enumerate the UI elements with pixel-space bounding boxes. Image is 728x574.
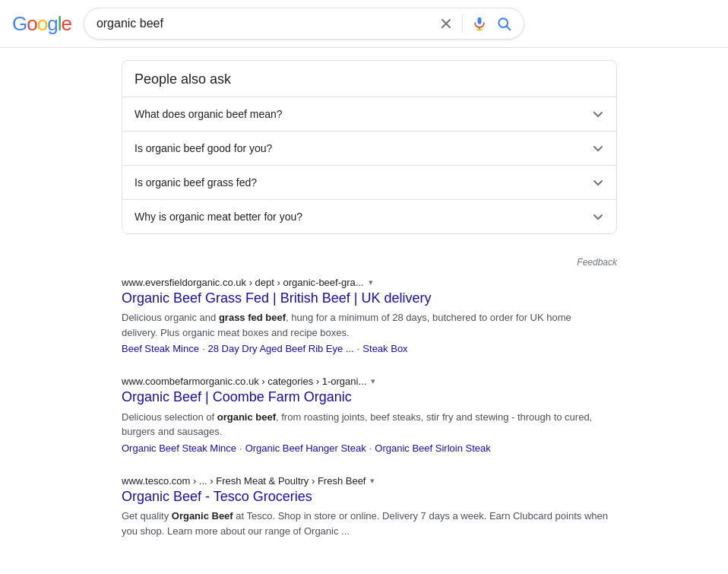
result-item-2: www.coombefarmorganic.co.uk › categories… (122, 376, 608, 453)
search-button[interactable] (496, 16, 511, 31)
result-link-1-3[interactable]: Steak Box (362, 343, 407, 354)
search-bar (84, 8, 524, 40)
result-desc-3: Get quality Organic Beef at Tesco. Shop … (122, 509, 608, 538)
logo-letter-o1: o (27, 12, 36, 36)
result-desc-2: Delicious selection of organic beef, fro… (122, 410, 608, 439)
paa-item-1[interactable]: What does organic beef mean? (122, 97, 616, 131)
result-link-2-3[interactable]: Organic Beef Sirloin Steak (375, 442, 490, 454)
search-input[interactable] (97, 17, 432, 30)
result-link-1-2[interactable]: 28 Day Dry Aged Beef Rib Eye ... (208, 343, 354, 354)
header: Google (0, 0, 728, 48)
result-title-3[interactable]: Organic Beef - Tesco Groceries (122, 488, 608, 506)
result-link-2-1[interactable]: Organic Beef Steak Mince (122, 442, 236, 454)
search-icons (439, 14, 511, 33)
feedback-link[interactable]: Feedback (577, 257, 617, 268)
result-links-1: Beef Steak Mince · 28 Day Dry Aged Beef … (122, 343, 608, 354)
google-logo: Google (12, 12, 71, 36)
svg-line-4 (507, 27, 511, 30)
paa-question-1: What does organic beef mean? (135, 108, 283, 120)
chevron-down-icon-4 (592, 211, 604, 223)
result-link-sep-1-1: · (202, 343, 205, 354)
chevron-down-icon-1 (592, 108, 604, 120)
logo-letter-o2: o (37, 12, 47, 36)
divider (462, 14, 463, 33)
paa-question-2: Is organic beef good for you? (135, 142, 272, 154)
paa-item-4[interactable]: Why is organic meat better for you? (122, 199, 616, 233)
result-url-row-1: www.eversfieldorganic.co.uk › dept › org… (122, 277, 608, 288)
paa-title: People also ask (122, 61, 616, 97)
svg-rect-0 (477, 17, 481, 24)
main-content: People also ask What does organic beef m… (0, 48, 608, 563)
result-url-arrow-1[interactable]: ▾ (369, 277, 373, 287)
result-url-3: www.tesco.com › ... › Fresh Meat & Poult… (122, 475, 366, 487)
result-link-2-2[interactable]: Organic Beef Hanger Steak (245, 442, 366, 454)
clear-button[interactable] (439, 17, 453, 30)
close-icon (439, 17, 453, 30)
search-results: www.eversfieldorganic.co.uk › dept › org… (122, 277, 608, 563)
logo-letter-g1: G (12, 12, 27, 36)
result-links-2: Organic Beef Steak Mince · Organic Beef … (122, 442, 608, 454)
result-url-row-3: www.tesco.com › ... › Fresh Meat & Poult… (122, 475, 608, 487)
logo-letter-g2: g (47, 12, 57, 36)
feedback-row: Feedback (122, 252, 617, 277)
search-icon (496, 16, 511, 31)
logo-letter-e: e (61, 12, 71, 36)
result-link-1-1[interactable]: Beef Steak Mince (122, 343, 199, 354)
result-title-1[interactable]: Organic Beef Grass Fed | British Beef | … (122, 290, 608, 307)
result-link-sep-2-1: · (239, 442, 242, 454)
result-desc-1: Delicious organic and grass fed beef, hu… (122, 310, 608, 340)
result-title-2[interactable]: Organic Beef | Coombe Farm Organic (122, 388, 608, 406)
result-item-3: www.tesco.com › ... › Fresh Meat & Poult… (122, 475, 608, 541)
result-url-2: www.coombefarmorganic.co.uk › categories… (122, 376, 366, 387)
paa-question-3: Is organic beef grass fed? (135, 176, 257, 189)
result-link-sep-1-2: · (357, 343, 360, 354)
paa-item-3[interactable]: Is organic beef grass fed? (122, 165, 616, 199)
result-item-1: www.eversfieldorganic.co.uk › dept › org… (122, 277, 608, 354)
paa-question-4: Why is organic meat better for you? (135, 211, 302, 223)
chevron-down-icon-2 (592, 142, 604, 154)
result-url-row-2: www.coombefarmorganic.co.uk › categories… (122, 376, 608, 387)
people-also-ask-box: People also ask What does organic beef m… (122, 60, 617, 234)
result-url-arrow-2[interactable]: ▾ (371, 376, 375, 386)
paa-item-2[interactable]: Is organic beef good for you? (122, 131, 616, 165)
result-url-1: www.eversfieldorganic.co.uk › dept › org… (122, 277, 364, 288)
voice-search-button[interactable] (472, 16, 487, 31)
result-link-sep-2-2: · (369, 442, 372, 454)
microphone-icon (472, 16, 487, 31)
chevron-down-icon-3 (592, 176, 604, 189)
result-url-arrow-3[interactable]: ▾ (370, 476, 375, 486)
